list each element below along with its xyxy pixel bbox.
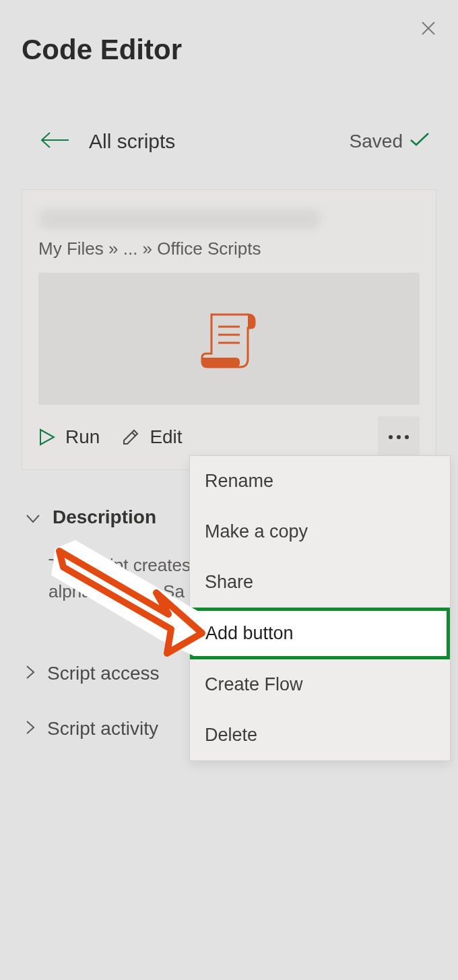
script-scroll-icon <box>195 305 263 372</box>
nav-all-scripts[interactable]: All scripts <box>89 130 175 153</box>
back-button[interactable] <box>39 131 70 152</box>
menu-item-delete[interactable]: Delete <box>190 710 450 760</box>
edit-button[interactable]: Edit <box>121 426 182 448</box>
breadcrumb: My Files » ... » Office Scripts <box>38 238 420 259</box>
script-title-blurred <box>38 209 321 229</box>
script-thumbnail <box>38 273 420 405</box>
section-description-label: Description <box>53 507 156 528</box>
checkmark-icon <box>410 131 430 152</box>
more-options-button[interactable] <box>378 416 420 458</box>
saved-label: Saved <box>350 131 403 152</box>
edit-label: Edit <box>150 426 182 448</box>
close-icon <box>420 20 436 36</box>
run-label: Run <box>65 426 100 448</box>
svg-marker-6 <box>40 430 54 445</box>
context-menu: Rename Make a copy Share Add button Crea… <box>189 455 451 761</box>
menu-item-create-flow[interactable]: Create Flow <box>190 659 450 710</box>
chevron-down-icon <box>26 507 40 528</box>
svg-line-7 <box>132 432 135 436</box>
menu-item-rename[interactable]: Rename <box>190 456 450 507</box>
ellipsis-icon <box>389 435 393 439</box>
arrow-left-icon <box>39 131 70 150</box>
section-activity-label: Script activity <box>47 718 158 740</box>
nav-bar: All scripts Saved <box>22 130 436 153</box>
menu-item-add-button[interactable]: Add button <box>190 608 450 659</box>
play-icon <box>38 428 56 447</box>
pencil-icon <box>121 428 140 447</box>
menu-item-make-copy[interactable]: Make a copy <box>190 507 450 557</box>
saved-status: Saved <box>350 131 436 152</box>
page-title: Code Editor <box>22 34 436 66</box>
close-button[interactable] <box>419 19 438 38</box>
chevron-right-icon <box>26 663 35 684</box>
section-access-label: Script access <box>47 663 160 684</box>
run-button[interactable]: Run <box>38 426 100 448</box>
chevron-right-icon <box>26 718 35 740</box>
menu-item-share[interactable]: Share <box>190 557 450 608</box>
script-card: My Files » ... » Office Scripts Run <box>22 189 436 470</box>
